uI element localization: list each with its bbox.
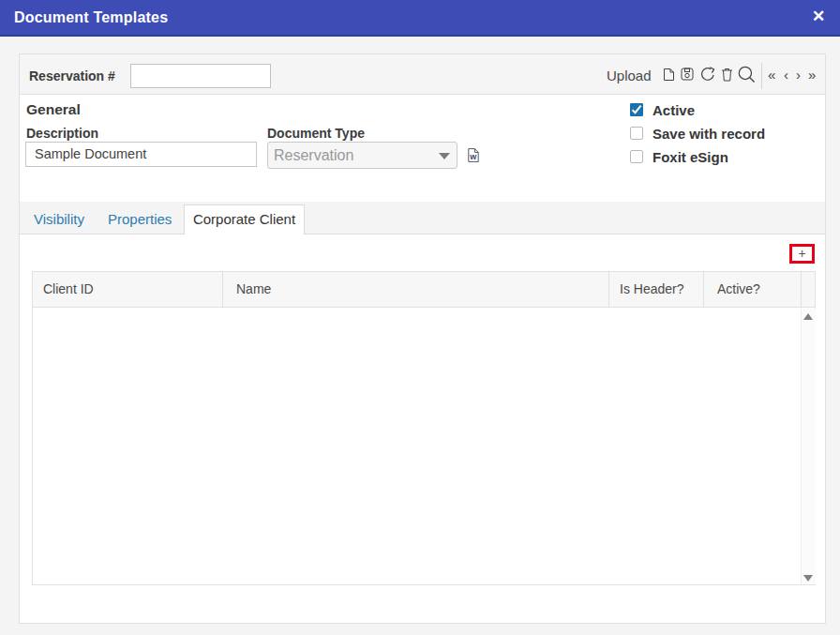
svg-text:w: w bbox=[469, 152, 477, 161]
